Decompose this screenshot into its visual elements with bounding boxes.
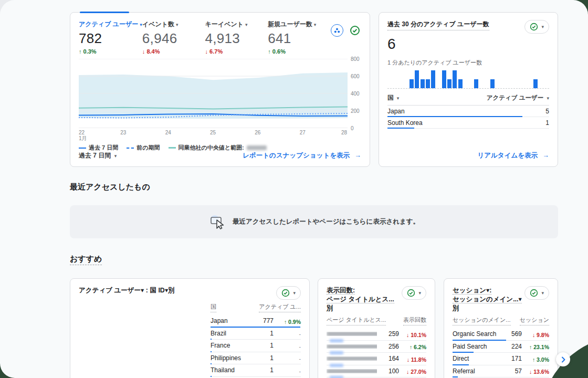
insight-card-title-line2: セッションのメイン...▾ (453, 296, 522, 303)
row-name: Philippines (211, 354, 251, 362)
column-header-page-title[interactable]: ページ タイトルとス... (327, 316, 386, 326)
check-circle-glyph (350, 25, 360, 36)
metric-value: 4,913 (205, 30, 268, 47)
row-value: 1 (251, 342, 274, 349)
column-header-views[interactable]: 表示回数 (403, 316, 426, 326)
date-range-selector[interactable]: 過去 7 日間 ▾ (79, 151, 117, 160)
snapshot-report-link-label: レポートのスナップショットを表示 (243, 152, 350, 159)
metric-tab-3[interactable]: キーイベント▾4,913↓ 6.7% (205, 20, 268, 55)
metrics-row: アクティブ ユーザー▾782↑ 0.3%イベント数▾6,946↓ 8.4%キーイ… (79, 20, 361, 55)
insight-card-views-by-page-title: 表示回数: ページ タイトルとス... 別 ▾ ページ タイトルとス... 表示… (318, 278, 435, 378)
data-quality-check-icon[interactable] (349, 24, 361, 37)
table-row: Organic Search569↓ 9.8% (453, 328, 549, 341)
trend-chart: 0200400600800221月232425262728 (79, 59, 361, 139)
table-row: Brazil1- (211, 328, 301, 340)
data-quality-pill[interactable]: ▾ (402, 286, 426, 300)
insight-card-title[interactable]: アクティブ ユーザー▾ : 国 ID▾別 (79, 286, 175, 295)
minute-slot (463, 69, 468, 88)
minute-bar (453, 70, 457, 88)
arrow-right-icon: → (355, 152, 362, 159)
column-header-active-users[interactable]: アクティブ ユ... (259, 303, 301, 312)
legend-swatch (169, 147, 176, 149)
realtime-link[interactable]: リアルタイムを表示 → (477, 151, 549, 160)
blurred-text (327, 356, 377, 361)
realtime-title[interactable]: 過去 30 分のアクティブ ユーザー数 (387, 20, 489, 30)
chevron-down-icon: ▾ (397, 96, 400, 101)
insight-card-sessions-by-channel: セッション▾: セッションのメイン...▾別 ▾ セッションのメイン... セッ… (444, 278, 558, 378)
metric-label: アクティブ ユーザー▾ (79, 20, 142, 29)
check-circle-glyph (407, 289, 415, 297)
minute-slot (420, 69, 425, 88)
page-title-table: ページ タイトルとス... 表示回数 259↓ 10.1%256↑ 6.2%16… (327, 316, 426, 378)
row-delta: - (274, 368, 301, 374)
table-header: セッションのメイン... セッション (453, 316, 549, 328)
table-row: Thailand1- (211, 364, 301, 377)
insight-card-title[interactable]: セッション▾: セッションのメイン...▾別 (453, 286, 524, 313)
y-axis-tick-label: 400 (351, 91, 363, 97)
minute-slot (409, 69, 414, 88)
chevron-right-icon (560, 356, 566, 363)
metric-tab-2[interactable]: イベント数▾6,946↓ 8.4% (142, 20, 205, 55)
legend-label: 過去 7 日間 (89, 144, 118, 152)
row-name: Organic Search (453, 330, 500, 338)
chevron-down-icon: ▾ (547, 96, 549, 101)
row-value: 1 (251, 354, 274, 362)
minute-bar (442, 70, 446, 88)
table-rows: Japan777↑ 0.9%Brazil1-France1-Philippine… (211, 315, 301, 377)
legend-swatch (127, 148, 134, 149)
x-axis-tick-label: 24 (165, 130, 171, 135)
row-name: Referral (453, 368, 500, 375)
benchmarking-icon[interactable] (331, 24, 343, 37)
row-value: 256 (377, 343, 399, 350)
x-axis-tick-label: 23 (120, 130, 126, 135)
minute-slot (506, 69, 511, 88)
minute-bar (415, 70, 419, 88)
arrow-right-icon: → (543, 152, 550, 159)
country-value: 5 (545, 108, 549, 115)
metric-value: 782 (79, 30, 142, 47)
snapshot-report-link[interactable]: レポートのスナップショットを表示 → (243, 151, 361, 160)
column-header-sessions[interactable]: セッション (520, 316, 549, 326)
minute-bar (410, 79, 414, 88)
column-header-channel[interactable]: セッションのメイン... (453, 316, 511, 326)
table-row: 100↓ 27.0% (327, 365, 426, 378)
realtime-data-quality-pill[interactable]: ▾ (524, 20, 549, 34)
minute-slot (485, 69, 490, 88)
minute-slot (436, 69, 441, 88)
insight-card-title-line2: ページ タイトルとス... (327, 296, 394, 303)
column-header-country[interactable]: 国 (211, 303, 216, 312)
country-column-header[interactable]: 国 ▾ (387, 94, 399, 102)
insight-card-header: セッション▾: セッションのメイン...▾別 ▾ (453, 286, 549, 313)
row-name: Japan (211, 317, 251, 324)
metric-tab-1[interactable]: アクティブ ユーザー▾782↑ 0.3% (79, 20, 142, 55)
minute-slot (457, 69, 463, 88)
data-quality-pill[interactable]: ▾ (524, 286, 549, 300)
table-row: Direct171↑ 3.0% (453, 353, 549, 365)
metric-tab-4[interactable]: 新規ユーザー数▾641↑ 0.6% (268, 20, 331, 55)
data-quality-pill[interactable]: ▾ (276, 286, 301, 300)
minute-slot (447, 69, 452, 88)
recently-accessed-heading: 最近アクセスしたもの (70, 182, 150, 192)
insight-card-title-line1: 表示回数: (327, 287, 355, 295)
selected-metric-tab-indicator (80, 12, 129, 13)
y-axis-tick-label: 800 (351, 56, 363, 62)
country-value: 1 (545, 119, 549, 127)
row-delta: ↑ 23.1% (522, 344, 549, 350)
cursor-click-icon (208, 213, 226, 231)
chart-legend: 過去 7 日間前の期間同業他社の中央値と範囲: (79, 144, 361, 152)
insight-card-title-suffix: 別 (453, 304, 459, 312)
metric-delta: ↑ 0.3% (79, 48, 142, 55)
active-users-column-header[interactable]: アクティブ ユーザー ▾ (487, 94, 549, 102)
row-value: 171 (500, 355, 522, 362)
date-range-label: 過去 7 日間 (79, 152, 111, 159)
insight-card-title[interactable]: 表示回数: ページ タイトルとス... 別 (327, 286, 402, 313)
redacted-page-title (327, 369, 377, 373)
insight-card-header: アクティブ ユーザー▾ : 国 ID▾別 ▾ (79, 286, 301, 300)
carousel-next-button[interactable] (556, 352, 570, 366)
minute-slot (528, 69, 533, 88)
minute-slot (414, 69, 419, 88)
country-name: Japan (387, 108, 405, 115)
minute-slot (495, 69, 500, 88)
check-circle-glyph (530, 289, 538, 297)
insight-card-title-suffix: 別 (327, 304, 333, 312)
